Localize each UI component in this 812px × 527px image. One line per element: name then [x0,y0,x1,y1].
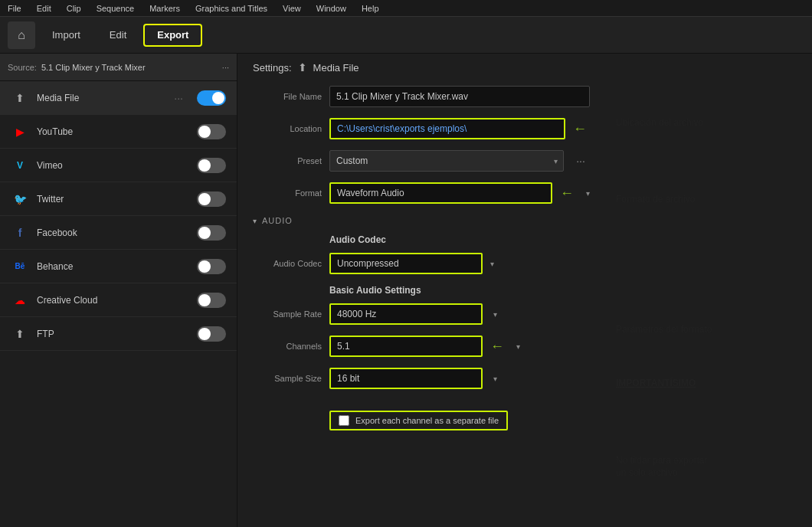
export-item-creative-cloud[interactable]: ☁ Creative Cloud [0,283,237,317]
creative-cloud-toggle[interactable] [197,293,226,308]
sample-size-label: Sample Size [253,374,322,383]
format-arrow: ← [560,185,574,201]
ftp-icon: ⬆ [11,325,29,343]
export-item-facebook[interactable]: f Facebook [0,216,237,250]
menu-edit[interactable]: Edit [34,2,54,15]
location-input[interactable] [329,118,565,139]
facebook-icon: f [11,224,29,242]
file-name-row: File Name [253,86,590,107]
source-dots[interactable]: ··· [222,63,229,72]
export-button[interactable]: Export [143,24,202,47]
menu-window[interactable]: Window [313,2,349,15]
menu-graphics[interactable]: Graphics and Titles [192,2,270,15]
left-panel: Source: 5.1 Clip Mixer y Track Mixer ···… [0,54,237,527]
menu-help[interactable]: Help [359,2,382,15]
channels-arrow: ← [490,339,504,355]
media-file-toggle[interactable] [197,90,226,106]
export-channel-checkbox[interactable] [339,415,349,426]
export-list: ⬆ Media File ··· ▶ YouTube V Vimeo 🐦 Twi… [0,81,237,527]
media-file-dots[interactable]: ··· [174,92,183,104]
sample-size-input[interactable] [329,368,483,389]
settings-area: Settings: ⬆ Media File File Name Locatio… [237,54,605,527]
edit-button[interactable]: Edit [97,24,139,47]
audio-codec-group-label: Audio Codec [329,234,590,245]
location-label: Location [253,124,322,133]
annotation-important-text: IMPORTANTÍSIMO [616,378,696,388]
media-file-label: Media File [37,93,166,103]
preset-row: Preset Custom ▾ ··· [253,150,590,172]
audio-section-label: AUDIO [262,216,293,225]
annotation-format: Formato de archivo [616,193,801,206]
audio-codec-row: Audio Codec ▾ [253,253,590,274]
sample-rate-input[interactable] [329,303,483,325]
annotation-location: Ubicación del archivo [616,116,801,129]
toolbar: ⌂ Import Edit Export [0,17,812,54]
annotation-no-check: No tildar para exportar un solo archivo [616,454,801,480]
channels-row: Channels ← ▾ [253,336,590,357]
location-arrow: ← [573,121,587,137]
annotation-no-check-line2: un solo archivo [616,466,801,480]
preset-select-wrapper: Custom ▾ [329,150,564,172]
creative-cloud-label: Creative Cloud [37,295,189,306]
preset-dots[interactable]: ··· [571,152,590,170]
facebook-toggle[interactable] [197,225,226,241]
menu-sequence[interactable]: Sequence [93,2,138,15]
export-item-behance[interactable]: Bē Behance [0,250,237,283]
audio-codec-label: Audio Codec [253,259,322,268]
import-button[interactable]: Import [40,24,93,47]
source-name: 5.1 Clip Mixer y Track Mixer [41,63,146,72]
main-layout: Source: 5.1 Clip Mixer y Track Mixer ···… [0,54,812,527]
channels-input[interactable] [329,336,483,357]
settings-dest: Media File [313,62,359,74]
menu-clip[interactable]: Clip [64,2,84,15]
audio-chevron-icon[interactable]: ▾ [253,217,257,225]
export-item-vimeo[interactable]: V Vimeo [0,149,237,182]
twitter-label: Twitter [37,194,189,205]
upload-icon: ⬆ [298,61,307,74]
codec-select-wrapper: ▾ [490,260,513,268]
sample-size-row: Sample Size ▾ [253,368,590,389]
ftp-toggle[interactable] [197,326,226,342]
export-item-youtube[interactable]: ▶ YouTube [0,115,237,149]
behance-toggle[interactable] [197,259,226,274]
preset-select[interactable]: Custom [329,150,564,172]
youtube-label: YouTube [37,126,189,137]
export-item-ftp[interactable]: ⬆ FTP [0,317,237,351]
export-item-twitter[interactable]: 🐦 Twitter [0,182,237,216]
annotation-no-check-line1: No tildar para exportar [616,454,801,467]
menu-markers[interactable]: Markers [146,2,183,15]
settings-header: Settings: ⬆ Media File [253,61,590,74]
export-item-media-file[interactable]: ⬆ Media File ··· [0,81,237,115]
behance-icon: Bē [11,257,29,276]
annotation-params: Parámetros del formato [616,323,801,336]
format-input[interactable] [329,182,552,204]
source-label: Source: [8,63,37,72]
codec-chevron-icon: ▾ [490,260,494,268]
creative-cloud-icon: ☁ [11,291,29,309]
settings-label: Settings: [253,62,292,74]
menu-view[interactable]: View [280,2,304,15]
annotation-important: IMPORTANTÍSIMO [616,377,801,390]
twitter-toggle[interactable] [197,191,226,207]
youtube-toggle[interactable] [197,124,226,139]
file-name-input[interactable] [329,86,590,107]
channels-label: Channels [253,342,322,351]
home-button[interactable]: ⌂ [8,21,35,49]
location-row: Location ← [253,118,590,139]
home-icon: ⌂ [18,28,25,42]
file-name-label: File Name [253,92,322,101]
menu-file[interactable]: File [5,2,25,15]
export-channel-row: Export each channel as a separate file [329,411,508,430]
format-label: Format [253,188,322,198]
format-row: Format ← ▾ [253,182,590,204]
export-channel-label[interactable]: Export each channel as a separate file [355,416,499,425]
vimeo-toggle[interactable] [197,158,226,173]
source-bar: Source: 5.1 Clip Mixer y Track Mixer ··· [0,54,237,81]
audio-section-header: ▾ AUDIO [253,216,590,225]
audio-codec-input[interactable] [329,253,483,274]
annotation-format-text: Formato de archivo [616,194,695,205]
annotations-area: Ubicación del archivo Formato de archivo… [605,54,812,527]
right-panel: Settings: ⬆ Media File File Name Locatio… [237,54,812,527]
sample-rate-row: Sample Rate ▾ [253,303,590,325]
basic-audio-group-label: Basic Audio Settings [329,285,590,296]
